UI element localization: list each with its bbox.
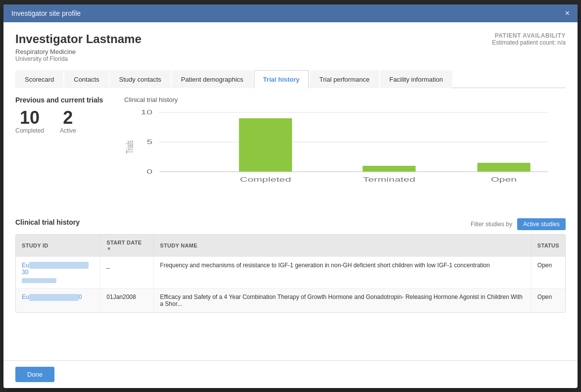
done-button[interactable]: Done (15, 367, 54, 382)
start-date-cell-2: 01Jan2008 (100, 289, 154, 313)
study-name-cell-1: Frequency and mechanisms of resistance t… (154, 256, 531, 289)
tab-scorecard[interactable]: Scorecard (15, 70, 63, 88)
active-studies-filter-button[interactable]: Active studies (517, 218, 566, 230)
svg-text:Trials: Trials (125, 140, 135, 153)
status-cell-1: Open (531, 256, 565, 289)
close-button[interactable]: × (565, 9, 570, 17)
active-stat: 2 Active (60, 108, 76, 135)
chart-panel: Clinical trial history 10 5 0 (124, 96, 566, 206)
tab-contacts[interactable]: Contacts (64, 70, 108, 88)
completed-label: Completed (15, 127, 44, 134)
stats-chart-row: Previous and current trials 10 Completed… (15, 96, 566, 206)
chart-svg: 10 5 0 Trials (124, 107, 566, 206)
study-id-cell-1: Eu30 (16, 256, 100, 289)
investigator-info: Investigator Lastname Respiratory Medici… (15, 32, 142, 62)
investigator-department: Respiratory Medicine (15, 48, 142, 55)
tab-patient-demographics[interactable]: Patient demographics (172, 70, 253, 88)
svg-text:Open: Open (491, 176, 517, 183)
filter-controls: Filter studies by Active studies (471, 218, 566, 230)
active-label: Active (60, 127, 76, 134)
tab-facility-information[interactable]: Facility information (380, 70, 452, 88)
start-date-cell-1: _ (100, 256, 154, 289)
patient-availability-label: Estimated patient count: n/a (492, 39, 566, 46)
completed-count: 10 (15, 108, 44, 128)
stats-section-title: Previous and current trials (15, 96, 104, 104)
filter-label: Filter studies by (471, 221, 512, 228)
investigator-site-profile-modal: Investigator site profile × Investigator… (3, 4, 578, 388)
svg-text:0: 0 (146, 168, 152, 175)
patient-availability-title: PATIENT AVAILABILITY (492, 32, 566, 39)
studies-table-container: STUDY ID START DATE ▼ STUDY NAME (15, 234, 566, 313)
bar-terminated (363, 166, 416, 172)
table-row: Eu30 _ Frequency and mechanisms of resis… (16, 256, 565, 289)
chart-title: Clinical trial history (124, 96, 566, 103)
redacted-id-1 (29, 262, 89, 269)
bar-chart: 10 5 0 Trials (124, 107, 566, 206)
table-header: STUDY ID START DATE ▼ STUDY NAME (16, 235, 565, 257)
svg-text:5: 5 (146, 138, 152, 145)
patient-availability: PATIENT AVAILABILITY Estimated patient c… (492, 32, 566, 46)
status-cell-2: Open (531, 289, 565, 313)
studies-table-wrapper: STUDY ID START DATE ▼ STUDY NAME (15, 234, 566, 313)
table-header-row: STUDY ID START DATE ▼ STUDY NAME (16, 235, 565, 257)
completed-stat: 10 Completed (15, 108, 44, 135)
filter-header: Clinical trial history Filter studies by… (15, 218, 566, 230)
bar-completed (239, 118, 292, 172)
redacted-sub-1 (22, 278, 56, 283)
table-body: Eu30 _ Frequency and mechanisms of resis… (16, 256, 565, 312)
svg-text:Completed: Completed (240, 176, 291, 183)
stats-numbers: 10 Completed 2 Active (15, 108, 104, 135)
col-status: STATUS (531, 235, 565, 257)
stats-panel: Previous and current trials 10 Completed… (15, 96, 104, 135)
tab-bar: Scorecard Contacts Study contacts Patien… (15, 70, 566, 88)
sort-arrow-start-date: ▼ (106, 246, 111, 251)
clinical-trial-history-title: Clinical trial history (15, 218, 80, 226)
col-study-id: STUDY ID (16, 235, 100, 257)
study-id-cell-2: Eu0 (16, 289, 100, 313)
modal-title: Investigator site profile (11, 9, 81, 17)
modal-body: Investigator Lastname Respiratory Medici… (3, 22, 578, 360)
studies-table: STUDY ID START DATE ▼ STUDY NAME (16, 235, 565, 313)
modal-footer: Done (3, 360, 578, 388)
modal-header: Investigator site profile × (3, 4, 578, 22)
svg-text:10: 10 (141, 108, 152, 115)
col-study-name: STUDY NAME (154, 235, 531, 257)
redacted-id-2 (29, 294, 79, 301)
tab-trial-performance[interactable]: Trial performance (310, 70, 379, 88)
investigator-section: Investigator Lastname Respiratory Medici… (15, 32, 566, 62)
study-name-cell-2: Efficacy and Safety of a 4 Year Combinat… (154, 289, 531, 313)
table-row: Eu0 01Jan2008 Efficacy and Safety of a 4… (16, 289, 565, 313)
active-count: 2 (60, 108, 76, 128)
svg-text:Terminated: Terminated (363, 176, 415, 183)
bar-open (478, 163, 531, 172)
investigator-name: Investigator Lastname (15, 32, 142, 46)
tab-study-contacts[interactable]: Study contacts (110, 70, 171, 88)
tab-trial-history[interactable]: Trial history (254, 70, 309, 88)
clinical-trial-history-section: Clinical trial history Filter studies by… (15, 218, 566, 313)
investigator-university: University of Florida (15, 55, 142, 62)
col-start-date[interactable]: START DATE ▼ (100, 235, 154, 257)
